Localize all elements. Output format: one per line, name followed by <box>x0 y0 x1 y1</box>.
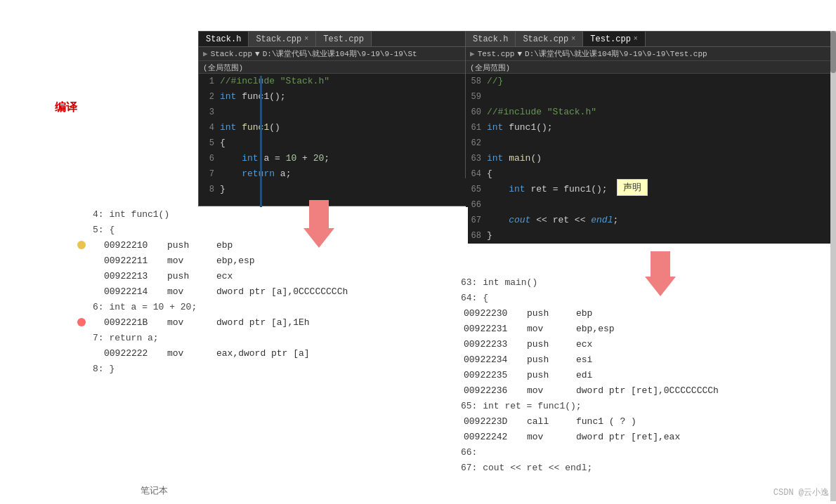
tab-stack-cpp-label: Stack.cpp <box>256 34 301 44</box>
addr-00922230: 00922230 <box>464 306 527 321</box>
right-line-63: 63 int main() <box>466 151 835 166</box>
tab-stack-cpp-close[interactable]: × <box>304 35 308 43</box>
bottom-label: 笔记本 <box>141 484 168 497</box>
asm-right-line-0092223D: 0092223D call func1 ( ? ) <box>458 414 836 430</box>
asm-line-00922222: 00922222 mov eax,dword ptr [a] <box>90 346 468 362</box>
code-line-5: 5 { <box>199 135 470 151</box>
right-num-58: 58 <box>466 74 487 89</box>
scrollbar-right[interactable] <box>830 31 836 501</box>
arrow-right-shaft <box>651 251 670 277</box>
arrow-left <box>303 200 334 248</box>
right-line-67: 67 cout << ret << endl; <box>466 213 835 228</box>
right-num-65: 65 <box>466 182 487 197</box>
tab-right-stack-cpp-close[interactable]: × <box>571 35 575 43</box>
addr-00922236: 00922236 <box>464 383 527 399</box>
ide-left-window: Stack.h Stack.cpp × Test.cpp ▶ Stack.cpp… <box>198 31 471 206</box>
code-content-8: } <box>220 182 470 197</box>
asm-left: 4: int func1() 5: { 00922210 push ebp 00… <box>90 207 468 377</box>
asm-right-line-00922235: 00922235 push edi <box>458 368 836 383</box>
asm-section-6: 6: int a = 10 + 20; <box>90 300 468 315</box>
tab-stack-h-label: Stack.h <box>206 34 241 44</box>
code-area-right: 58 //} 59 60 //#include "Stack.h" 61 int… <box>466 74 835 244</box>
right-num-66: 66 <box>466 197 487 213</box>
right-content-67: cout << ret << endl; <box>487 213 835 228</box>
code-line-6: 6 int a = 10 + 20; <box>199 151 470 166</box>
tab-right-stack-h-label: Stack.h <box>473 34 508 44</box>
addr-00922222: 00922222 <box>104 346 167 362</box>
line-num-2: 2 <box>199 89 220 105</box>
op-00922233: push <box>527 337 576 352</box>
right-content-61: int func1(); <box>487 120 835 135</box>
operand-00922222: eax,dword ptr [a] <box>216 346 310 362</box>
asm-line-0092221B: 0092221B mov dword ptr [a],1Eh <box>90 315 468 331</box>
arrow-left-shaft <box>309 200 329 228</box>
asm-line-00922214: 00922214 mov dword ptr [a],0CCCCCCCCh <box>90 284 468 300</box>
asm-right-section-67: 67: cout << ret << endl; <box>458 460 836 476</box>
code-content-1: //#include "Stack.h" <box>220 74 470 89</box>
path-full-right: D:\课堂代码\就业课104期\9-19\9-19\Test.cpp <box>525 48 707 59</box>
op-00922213: push <box>167 269 216 284</box>
breakpoint-yellow <box>77 241 86 249</box>
ide-right-window: Stack.h Stack.cpp × Test.cpp × ▶ Test.cp… <box>465 31 836 178</box>
right-content-65: int ret = func1(); <box>487 182 835 197</box>
op-00922222: mov <box>167 346 216 362</box>
addr-00922231: 00922231 <box>464 321 527 337</box>
asm-right-section-65: 65: int ret = func1(); <box>458 399 836 414</box>
asm-line-00922213: 00922213 push ecx <box>90 269 468 284</box>
right-content-58: //} <box>487 74 835 89</box>
addr-00922213: 00922213 <box>104 269 167 284</box>
scope-label-left: (全局范围) <box>203 64 243 72</box>
operand-00922234: esi <box>576 352 592 368</box>
right-line-66: 66 <box>466 197 835 213</box>
tab-test-cpp[interactable]: Test.cpp <box>316 32 372 46</box>
asm-label-7: 7: return a; <box>93 331 159 346</box>
line-num-5: 5 <box>199 135 220 151</box>
operand-0092223D: func1 ( ? ) <box>576 414 636 430</box>
line-num-8: 8 <box>199 182 220 197</box>
right-line-59: 59 <box>466 89 835 105</box>
addr-00922242: 00922242 <box>464 430 527 445</box>
line-num-7: 7 <box>199 166 220 182</box>
asm-right-label-66: 66: <box>461 445 477 460</box>
bianyi-label: 编译 <box>55 100 77 115</box>
op-00922231: mov <box>527 321 576 337</box>
asm-right-line-00922231: 00922231 mov ebp,esp <box>458 321 836 337</box>
tab-test-cpp-label: Test.cpp <box>323 34 364 44</box>
line-num-4: 4 <box>199 120 220 135</box>
path-arrow-left: ▶ <box>203 49 208 58</box>
right-line-64: 64 { <box>466 166 835 182</box>
path-file-right: Test.cpp <box>478 50 515 58</box>
right-num-67: 67 <box>466 213 487 228</box>
code-line-8: 8 } <box>199 182 470 197</box>
addr-00922211: 00922211 <box>104 253 167 269</box>
operand-00922211: ebp,esp <box>216 253 255 269</box>
asm-line-00922211: 00922211 mov ebp,esp <box>90 253 468 269</box>
tooltip-shengming: 声明 <box>617 179 648 196</box>
tab-right-test-cpp-close[interactable]: × <box>634 35 638 43</box>
addr-0092221B: 0092221B <box>104 315 167 331</box>
asm-right-line-00922233: 00922233 push ecx <box>458 337 836 352</box>
tab-stack-h[interactable]: Stack.h <box>199 32 249 46</box>
blue-indicator <box>260 76 262 209</box>
asm-right-line-00922236: 00922236 mov dword ptr [ret],0CCCCCCCCh <box>458 383 836 399</box>
right-content-64: { <box>487 166 835 182</box>
op-00922211: mov <box>167 253 216 269</box>
addr-00922234: 00922234 <box>464 352 527 368</box>
tab-stack-cpp[interactable]: Stack.cpp × <box>249 32 316 46</box>
asm-section-4: 4: int func1() <box>90 207 468 223</box>
right-num-61: 61 <box>466 120 487 135</box>
asm-right-label-67: 67: cout << ret << endl; <box>461 460 592 476</box>
tab-right-stack-h[interactable]: Stack.h <box>466 32 516 46</box>
right-num-64: 64 <box>466 166 487 182</box>
tab-right-test-cpp[interactable]: Test.cpp × <box>583 32 646 46</box>
scrollbar-thumb-right[interactable] <box>830 31 836 73</box>
right-line-65: 65 int ret = func1(); <box>466 182 835 197</box>
right-line-60: 60 //#include "Stack.h" <box>466 105 835 120</box>
asm-right-line-00922234: 00922234 push esi <box>458 352 836 368</box>
tab-right-stack-cpp[interactable]: Stack.cpp × <box>516 32 583 46</box>
addr-00922214: 00922214 <box>104 284 167 300</box>
operand-00922214: dword ptr [a],0CCCCCCCCh <box>216 284 348 300</box>
tab-right-test-cpp-label: Test.cpp <box>590 34 631 44</box>
right-line-68: 68 } <box>466 228 835 244</box>
code-line-3: 3 <box>199 105 470 120</box>
